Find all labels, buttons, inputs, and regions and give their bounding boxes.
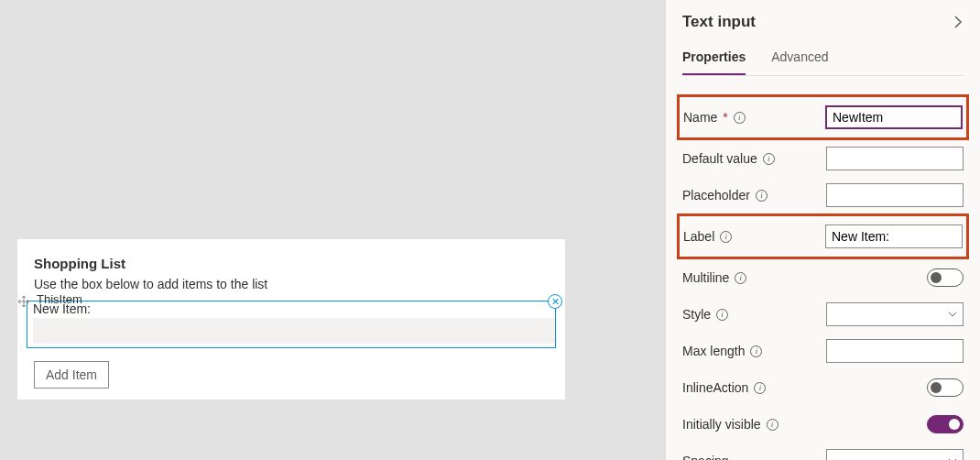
info-icon[interactable]: i xyxy=(754,382,766,394)
panel-tabs: Properties Advanced xyxy=(682,49,964,76)
prop-defaultvalue-input[interactable] xyxy=(826,147,964,170)
info-icon[interactable]: i xyxy=(720,231,732,243)
prop-inlineaction-toggle[interactable] xyxy=(927,378,964,397)
textinput-field[interactable] xyxy=(33,318,555,344)
add-item-button[interactable]: Add Item xyxy=(34,361,109,389)
prop-placeholder-input[interactable] xyxy=(826,183,964,207)
shopping-list-card: Shopping List Use the box below to add i… xyxy=(16,238,566,400)
prop-style-label: Style xyxy=(682,307,711,322)
textinput-label: New Item: xyxy=(27,301,555,316)
prop-label-label: Label xyxy=(683,229,714,244)
prop-style-select[interactable] xyxy=(826,302,964,326)
prop-spacing-label: Spacing xyxy=(682,454,729,460)
prop-spacing-select[interactable] xyxy=(826,449,964,460)
info-icon[interactable]: i xyxy=(756,190,768,202)
selected-control-name: ThisItem xyxy=(37,292,82,306)
info-icon[interactable]: i xyxy=(763,153,775,165)
info-icon[interactable]: i xyxy=(734,112,746,124)
prop-inlineaction-label: InlineAction xyxy=(682,380,748,395)
selected-control[interactable]: ✕ ThisItem New Item: xyxy=(27,301,556,348)
panel-title: Text input xyxy=(682,13,756,31)
prop-initiallyvisible-toggle[interactable] xyxy=(927,415,964,433)
prop-multiline-toggle[interactable] xyxy=(927,268,964,287)
textinput-field-wrapper xyxy=(27,316,555,347)
highlight-name-row: Name * i xyxy=(677,94,969,140)
prop-placeholder-label: Placeholder xyxy=(682,188,750,203)
highlight-label-row: Label i xyxy=(677,214,969,259)
required-asterisk: * xyxy=(723,110,727,125)
card-description: Use the box below to add items to the li… xyxy=(34,277,565,291)
chevron-right-icon[interactable] xyxy=(953,16,964,28)
info-icon[interactable]: i xyxy=(716,309,728,321)
prop-name-input[interactable] xyxy=(825,105,963,129)
info-icon[interactable]: i xyxy=(735,272,746,284)
delete-handle-icon[interactable]: ✕ xyxy=(548,294,562,309)
info-icon[interactable]: i xyxy=(767,419,779,431)
tab-properties[interactable]: Properties xyxy=(682,49,746,75)
design-canvas[interactable]: Shopping List Use the box below to add i… xyxy=(0,0,665,460)
info-icon[interactable]: i xyxy=(750,345,762,357)
prop-name-label: Name xyxy=(683,110,717,125)
prop-label-input[interactable] xyxy=(825,225,963,248)
prop-maxlength-label: Max length xyxy=(682,344,745,358)
tab-advanced[interactable]: Advanced xyxy=(771,49,828,75)
prop-initiallyvisible-label: Initially visible xyxy=(682,417,761,432)
prop-defaultvalue-label: Default value xyxy=(682,151,757,166)
properties-panel: Text input Properties Advanced Name * i … xyxy=(665,0,980,460)
move-handle-icon[interactable] xyxy=(16,294,31,309)
prop-multiline-label: Multiline xyxy=(682,270,729,285)
card-title: Shopping List xyxy=(34,256,565,271)
prop-maxlength-input[interactable] xyxy=(826,339,964,363)
